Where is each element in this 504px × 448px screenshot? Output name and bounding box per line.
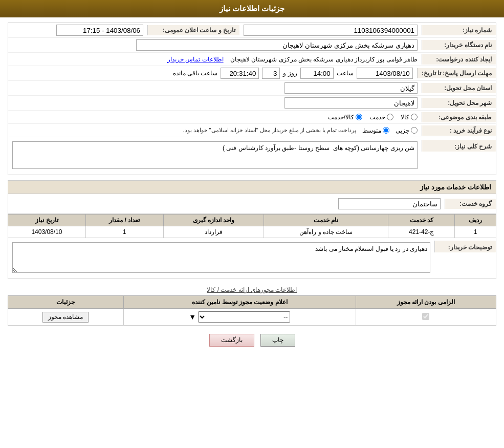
back-button[interactable]: بازگشت xyxy=(209,334,254,347)
deadline-value: ساعت روز و ساعت باقی مانده xyxy=(8,66,417,80)
deadline-time-label: ساعت xyxy=(337,70,354,77)
col-row: ردیف xyxy=(454,215,496,226)
payment-note: پرداخت تمام یا بخشی از مبلغ خریداز محل "… xyxy=(183,127,356,134)
row-code: ج-42-421 xyxy=(388,226,455,238)
need-number-row: شماره نیاز: تاریخ و ساعت اعلان عمومی: xyxy=(8,23,496,38)
buyer-org-label: نام دستگاه خریدار: xyxy=(422,40,496,50)
city-label: شهر محل تحویل: xyxy=(422,98,496,108)
need-number-label: شماره نیاز: xyxy=(422,25,496,35)
page-wrapper: جزئیات اطلاعات نیاز شماره نیاز: تاریخ و … xyxy=(0,0,504,448)
proc-motavaset-radio[interactable] xyxy=(383,127,389,134)
need-desc-row: شرح کلی نیاز: xyxy=(8,137,496,175)
category-kala-khadamat-label: کالا/خدمت xyxy=(328,114,354,121)
col-unit: واحد اندازه گیری xyxy=(163,215,264,226)
need-number-value xyxy=(239,23,422,37)
city-input[interactable] xyxy=(284,97,418,109)
category-kala-khadamat-item: کالا/خدمت xyxy=(328,114,362,121)
proc-jozi-label: جزیی xyxy=(396,127,409,134)
col-name: نام خدمت xyxy=(264,215,388,226)
contact-link[interactable]: اطلاعات تماس خریدار xyxy=(167,56,224,63)
requester-row: ایجاد کننده درخواست: طاهر قوامی پور کارب… xyxy=(8,53,496,66)
buyer-org-row: نام دستگاه خریدار: xyxy=(8,38,496,53)
province-value xyxy=(8,81,422,95)
permits-required-checkbox[interactable] xyxy=(422,313,429,320)
service-group-input[interactable] xyxy=(338,198,441,209)
row-quantity: 1 xyxy=(85,226,163,238)
deadline-days-label: روز و xyxy=(283,70,297,77)
deadline-row: مهلت ارسال پاسخ: تا تاریخ: ساعت روز و سا… xyxy=(8,66,496,81)
services-table: ردیف کد خدمت نام خدمت واحد اندازه گیری ت… xyxy=(8,214,496,238)
permits-col-details: جزئیات xyxy=(8,296,124,309)
permits-col-required: الزامی بودن ارائه مجوز xyxy=(356,296,496,309)
deadline-time-input[interactable] xyxy=(300,68,334,79)
category-value: کالا خدمت کالا/خدمت xyxy=(8,112,422,122)
need-desc-label: شرح کلی نیاز: xyxy=(422,140,496,152)
city-row: شهر محل تحویل: xyxy=(8,96,496,111)
permits-required-cell xyxy=(356,309,496,326)
province-row: استان محل تحویل: xyxy=(8,81,496,96)
service-group-value xyxy=(334,197,445,211)
need-desc-textarea[interactable] xyxy=(12,141,418,169)
announce-date-label: تاریخ و ساعت اعلان عمومی: xyxy=(147,25,239,35)
deadline-remaining-input[interactable] xyxy=(221,68,259,79)
buyer-desc-textarea[interactable] xyxy=(12,242,430,273)
province-input[interactable] xyxy=(284,82,418,94)
print-button[interactable]: چاپ xyxy=(260,334,295,347)
deadline-remaining-label: ساعت باقی مانده xyxy=(173,70,218,77)
permits-table: الزامی بودن ارائه مجوز اعلام وضعیت مجوز … xyxy=(8,295,496,326)
permits-row: -- ▼ مشاهده مجوز xyxy=(8,309,496,326)
bottom-buttons: چاپ بازگشت xyxy=(8,326,496,355)
category-row: طبقه بندی موضوعی: کالا خدمت xyxy=(8,111,496,124)
row-unit: قرارداد xyxy=(163,226,264,238)
proc-type-value: جزیی متوسط پرداخت تمام یا بخشی از مبلغ خ… xyxy=(8,125,422,136)
category-khadamat-radio[interactable] xyxy=(387,114,393,120)
chevron-down-icon: ▼ xyxy=(189,313,196,321)
permits-col-status: اعلام وضعیت مجوز توسط نامین کننده xyxy=(123,296,356,309)
category-kala-item: کالا xyxy=(401,114,418,121)
permit-status-select[interactable]: -- xyxy=(198,311,290,323)
category-khadamat-item: خدمت xyxy=(369,114,393,121)
category-khadamat-label: خدمت xyxy=(369,114,385,121)
permits-status-cell: -- ▼ xyxy=(123,309,356,326)
table-row: 1 ج-42-421 ساخت جاده و راه‌آهن قرارداد 1… xyxy=(8,226,496,238)
category-kala-label: کالا xyxy=(401,114,409,121)
province-label: استان محل تحویل: xyxy=(422,83,496,93)
deadline-days-input[interactable] xyxy=(262,68,280,79)
row-service-name: ساخت جاده و راه‌آهن xyxy=(264,226,388,238)
row-date: 1403/08/10 xyxy=(8,226,86,238)
city-value xyxy=(8,96,422,110)
service-group-label: گروه خدمت: xyxy=(445,199,496,209)
category-kala-khadamat-radio[interactable] xyxy=(356,114,362,120)
services-section-title: اطلاعات خدمات مورد نیاز xyxy=(8,180,496,194)
proc-type-label: نوع فرآیند خرید : xyxy=(422,125,496,136)
need-desc-value xyxy=(8,140,422,172)
buyer-desc-value xyxy=(8,241,434,276)
col-date: تاریخ نیاز xyxy=(8,215,86,226)
deadline-date-input[interactable] xyxy=(357,68,413,79)
requester-value: طاهر قوامی پور کاربرداز دهیاری سرشکه بخش… xyxy=(8,54,422,65)
category-kala-radio[interactable] xyxy=(411,114,418,120)
requester-text: طاهر قوامی پور کاربرداز دهیاری سرشکه بخش… xyxy=(230,56,418,63)
need-number-input[interactable] xyxy=(244,25,418,36)
proc-jozi-item: جزیی xyxy=(396,127,418,134)
page-title: جزئیات اطلاعات نیاز xyxy=(220,4,284,13)
permits-link[interactable]: اطلاعات مجوزهای ارائه خدمت / کالا xyxy=(204,283,300,296)
permits-details-cell: مشاهده مجوز xyxy=(8,309,124,326)
row-number: 1 xyxy=(454,226,496,238)
buyer-org-value xyxy=(8,38,422,52)
view-permit-button[interactable]: مشاهده مجوز xyxy=(42,312,89,323)
buyer-desc-label: توضیحات خریدار: xyxy=(434,241,496,252)
col-quantity: تعداد / مقدار xyxy=(85,215,163,226)
page-header: جزئیات اطلاعات نیاز xyxy=(0,0,504,17)
announce-date-value xyxy=(8,23,147,37)
proc-type-row: نوع فرآیند خرید : جزیی متوسط پرداخت تمام… xyxy=(8,124,496,137)
category-label: طبقه بندی موضوعی: xyxy=(422,112,496,122)
proc-motavaset-item: متوسط xyxy=(362,127,389,134)
proc-jozi-radio[interactable] xyxy=(411,127,418,134)
main-content: شماره نیاز: تاریخ و ساعت اعلان عمومی: نا… xyxy=(0,17,504,360)
requester-label: ایجاد کننده درخواست: xyxy=(422,54,496,65)
announce-date-input[interactable] xyxy=(56,25,143,36)
info-section: شماره نیاز: تاریخ و ساعت اعلان عمومی: نا… xyxy=(8,23,496,175)
proc-motavaset-label: متوسط xyxy=(362,127,381,134)
buyer-org-input[interactable] xyxy=(136,39,418,51)
